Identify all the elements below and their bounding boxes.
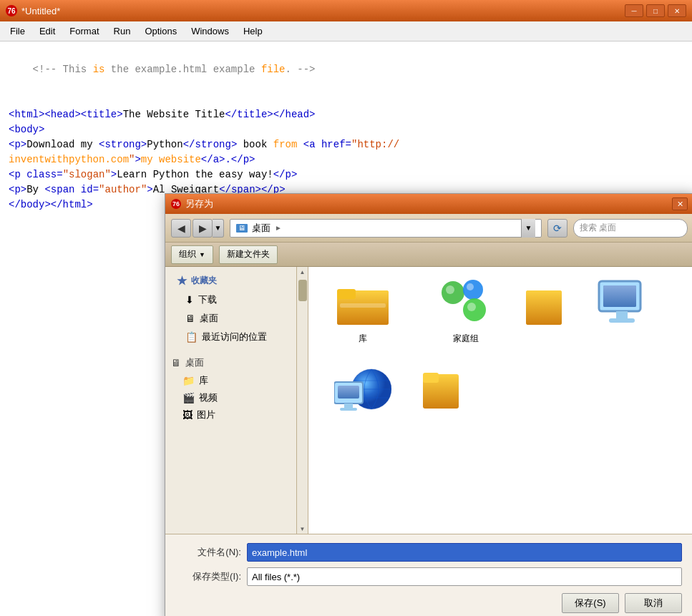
search-placeholder: 搜索 桌面 [580,222,616,234]
code-line-4: <body> [9,122,683,137]
desktop-section-icon: 🖥 [171,357,181,368]
favorites-header: ★ 收藏夹 [165,267,296,290]
left-sub-picture[interactable]: 🖼 图片 [165,406,296,424]
menu-file[interactable]: File [3,23,32,39]
code-line-3: <html><head><title>The Website Title</ti… [9,107,683,122]
svg-rect-25 [340,408,357,411]
dialog-close-button[interactable]: ✕ [672,197,688,210]
left-sub-video-label: 视频 [199,391,218,404]
svg-rect-24 [344,404,353,409]
computer-icon [593,278,650,328]
filetype-row: 保存类型(I): All files (*.*) [177,567,682,586]
left-sub-lib[interactable]: 📁 库 [165,372,296,389]
menu-run[interactable]: Run [107,23,138,39]
cancel-button[interactable]: 取消 [625,593,682,613]
menu-bar: File Edit Format Run Options Windows Hel… [0,21,692,41]
download-icon: ⬇ [185,294,194,305]
new-folder-button[interactable]: 新建文件夹 [219,245,278,264]
svg-rect-14 [603,285,636,307]
svg-point-6 [463,280,483,300]
svg-rect-16 [609,318,635,323]
filetype-label: 保存类型(I): [177,570,241,583]
file-item-globe-computer[interactable] [320,362,406,412]
organize-arrow-icon: ▼ [199,251,205,258]
dialog-toolbar: ◀ ▶ ▼ 🖥 桌面 ► ▼ ⟳ 搜索 桌面 [165,214,692,243]
svg-rect-27 [423,373,439,383]
organize-label: 组织 [179,248,196,260]
back-button[interactable]: ◀ [171,219,191,238]
location-dropdown[interactable]: ▼ [521,219,535,238]
svg-point-9 [467,303,476,311]
title-bar: 76 *Untitled* ─ □ ✕ [0,0,692,21]
desktop-section-label: 桌面 [185,356,204,369]
dialog-bottom: 文件名(N): 保存类型(I): All files (*.*) 保存(S) 取… [165,534,692,616]
location-arrow-icon: ► [275,224,282,232]
code-line-7: <p class="slogan">Learn Python the easy … [9,167,683,182]
dialog-buttons: 保存(S) 取消 [177,593,682,613]
menu-edit[interactable]: Edit [32,23,62,39]
folder-lib-icon [334,278,391,328]
file-item-homegroup[interactable]: 家庭组 [423,278,509,345]
filetype-select[interactable]: All files (*.*) [247,567,682,586]
homegroup-icon [437,278,494,328]
file-item-homegroup-label: 家庭组 [453,333,479,345]
menu-windows[interactable]: Windows [184,23,236,39]
video-icon: 🎬 [182,392,195,404]
filename-input[interactable] [247,543,682,562]
left-item-desktop-label: 桌面 [200,312,218,325]
location-bar[interactable]: 🖥 桌面 ► ▼ [230,219,542,238]
desktop-icon: 🖥 [185,313,195,324]
menu-format[interactable]: Format [62,23,106,39]
lib-icon: 📁 [182,375,195,386]
menu-options[interactable]: Options [137,23,184,39]
new-folder-label: 新建文件夹 [227,248,270,260]
file-item-partial[interactable] [526,278,562,345]
code-line-1: <!-- This is the example.html example fi… [9,47,683,92]
left-sub-video[interactable]: 🎬 视频 [165,389,296,406]
left-item-download[interactable]: ⬇ 下载 [165,290,296,309]
left-sub-lib-label: 库 [199,374,208,387]
left-item-download-label: 下载 [198,293,217,306]
maximize-button[interactable]: □ [646,4,665,17]
left-scrollbar[interactable]: ▲ ▼ [296,267,308,534]
nav-dropdown[interactable]: ▼ [213,219,224,238]
left-item-recent[interactable]: 📋 最近访问的位置 [165,328,296,346]
refresh-button[interactable]: ⟳ [547,219,567,238]
left-sub-picture-label: 图片 [197,409,215,421]
minimize-button[interactable]: ─ [625,4,643,17]
picture-icon: 🖼 [182,409,193,421]
favorites-icon: ★ [177,274,187,288]
left-panel: ★ 收藏夹 ⬇ 下载 🖥 桌面 📋 最近访问的位置 [165,267,308,534]
svg-rect-3 [340,303,386,308]
filename-row: 文件名(N): [177,543,682,562]
forward-button[interactable]: ▶ [193,219,213,238]
save-button[interactable]: 保存(S) [562,593,619,613]
partial-folder2-icon [412,362,469,412]
file-item-lib[interactable]: 库 [320,278,406,345]
organize-button[interactable]: 组织 ▼ [171,245,213,264]
svg-rect-11 [526,290,562,325]
dialog-title-bar: 76 另存为 ✕ [165,194,692,214]
menu-help[interactable]: Help [236,23,270,39]
dialog-icon: 76 [171,199,181,209]
location-icon: 🖥 [236,224,248,233]
scroll-thumb[interactable] [298,280,307,301]
file-item-computer[interactable] [579,278,665,345]
close-button[interactable]: ✕ [668,4,686,17]
code-line-blank [9,92,683,107]
left-item-desktop[interactable]: 🖥 桌面 [165,309,296,328]
left-item-recent-label: 最近访问的位置 [202,331,267,343]
app-icon: 76 [6,5,17,16]
partial-folder-icon [515,278,572,328]
scroll-down-arrow[interactable]: ▼ [298,524,308,534]
scroll-up-arrow[interactable]: ▲ [298,267,308,277]
search-bar[interactable]: 搜索 桌面 [573,219,688,238]
file-item-lib-label: 库 [359,333,367,345]
window-title: *Untitled* [21,6,60,16]
code-line-5: <p>Download my <strong>Python</strong> b… [9,137,683,152]
filename-label: 文件名(N): [177,546,241,559]
code-line-6: inventwithpython.com">my website</a>.</p… [9,152,683,167]
file-item-partial2[interactable] [423,362,459,412]
svg-rect-23 [338,386,359,399]
svg-point-5 [446,285,454,294]
